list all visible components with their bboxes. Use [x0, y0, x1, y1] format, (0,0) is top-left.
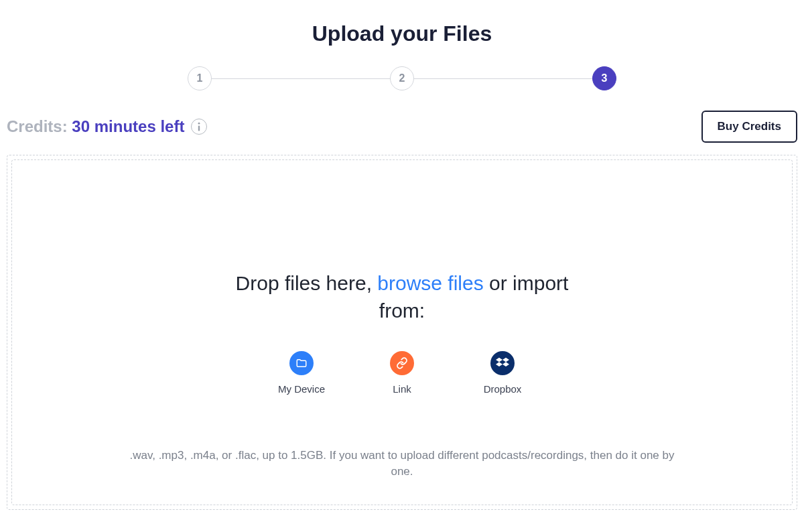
step-line: [414, 78, 592, 79]
import-sources: My Device Link Dropbox: [277, 351, 527, 395]
link-icon: [390, 351, 414, 375]
dropzone[interactable]: Drop files here, browse files or import …: [11, 159, 793, 505]
svg-point-0: [198, 123, 200, 125]
source-label: Dropbox: [484, 383, 522, 395]
credits-row: Credits: 30 minutes left Buy Credits: [0, 111, 804, 155]
browse-files-link[interactable]: browse files: [377, 272, 483, 294]
dropzone-outer: Drop files here, browse files or import …: [7, 155, 797, 510]
step-1[interactable]: 1: [188, 66, 212, 90]
drop-prompt: Drop files here, browse files or import …: [214, 270, 590, 324]
file-format-hint: .wav, .mp3, .m4a, or .flac, up to 1.5GB.…: [12, 448, 792, 480]
buy-credits-button[interactable]: Buy Credits: [701, 111, 797, 143]
credits-label: Credits:: [7, 117, 68, 135]
step-3[interactable]: 3: [592, 66, 616, 90]
folder-icon: [289, 351, 314, 375]
drop-prompt-prefix: Drop files here,: [236, 272, 378, 294]
credits-value: 30 minutes left: [72, 117, 184, 135]
dropbox-icon: [490, 351, 515, 375]
stepper: 1 2 3: [0, 66, 804, 90]
step-line: [212, 78, 390, 79]
source-label: My Device: [278, 383, 325, 395]
credits-info: Credits: 30 minutes left: [7, 117, 207, 136]
source-link[interactable]: Link: [377, 351, 427, 395]
info-icon[interactable]: [191, 119, 207, 135]
step-2[interactable]: 2: [390, 66, 414, 90]
source-label: Link: [393, 383, 411, 395]
credits-text: Credits: 30 minutes left: [7, 117, 184, 136]
svg-rect-1: [198, 126, 200, 131]
source-my-device[interactable]: My Device: [277, 351, 326, 395]
source-dropbox[interactable]: Dropbox: [478, 351, 527, 395]
page-title: Upload your Files: [0, 21, 804, 46]
